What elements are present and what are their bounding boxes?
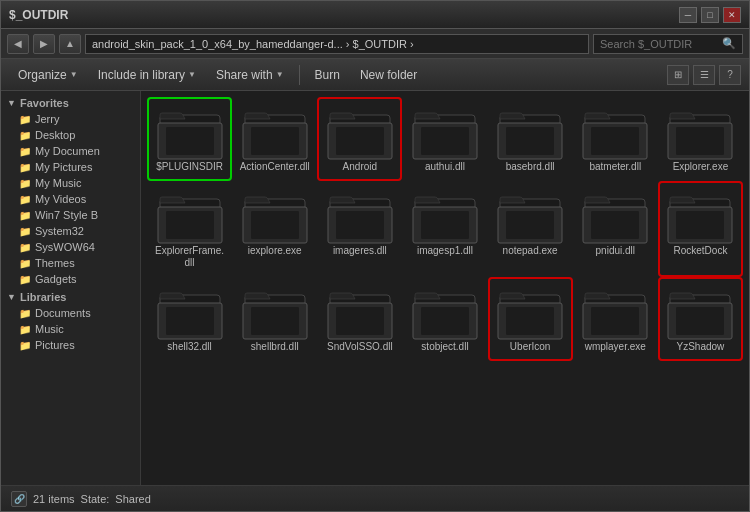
maximize-button[interactable]: □ [701, 7, 719, 23]
organize-button[interactable]: Organize ▼ [9, 64, 87, 86]
share-with-button[interactable]: Share with ▼ [207, 64, 293, 86]
svg-rect-5 [166, 127, 214, 155]
favorites-chevron-icon: ▼ [7, 98, 16, 108]
file-item[interactable]: notepad.exe [490, 183, 571, 275]
file-label: pnidui.dll [596, 245, 635, 257]
svg-rect-119 [591, 307, 639, 335]
sidebar-item-desktop[interactable]: 📁 Desktop [1, 127, 140, 143]
toolbar-right: ⊞ ☰ ? [667, 65, 741, 85]
folder-icon: 📁 [19, 130, 31, 141]
include-in-library-button[interactable]: Include in library ▼ [89, 64, 205, 86]
back-button[interactable]: ◀ [7, 34, 29, 54]
svg-rect-47 [166, 211, 214, 239]
view-list-button[interactable]: ☰ [693, 65, 715, 85]
svg-rect-83 [676, 211, 724, 239]
sidebar-item-jerry[interactable]: 📁 Jerry [1, 111, 140, 127]
folder-icon: 📁 [19, 210, 31, 221]
file-label: batmeter.dll [589, 161, 641, 173]
burn-button[interactable]: Burn [306, 64, 349, 86]
file-item[interactable]: ActionCenter.dll [234, 99, 315, 179]
sidebar-item-videos[interactable]: 📁 My Videos [1, 191, 140, 207]
sidebar: ▼ Favorites 📁 Jerry 📁 Desktop 📁 My Docum… [1, 91, 141, 485]
svg-rect-41 [676, 127, 724, 155]
file-item[interactable]: RocketDock [660, 183, 741, 275]
file-label: UberIcon [510, 341, 551, 353]
file-grid: $PLUGINSDIRActionCenter.dllAndroidauthui… [149, 99, 741, 359]
file-item[interactable]: batmeter.dll [575, 99, 656, 179]
status-bar: 🔗 21 items State: Shared [1, 485, 749, 511]
sidebar-item-music[interactable]: 📁 My Music [1, 175, 140, 191]
file-grid-container: $PLUGINSDIRActionCenter.dllAndroidauthui… [141, 91, 749, 485]
view-options-button[interactable]: ⊞ [667, 65, 689, 85]
svg-rect-89 [166, 307, 214, 335]
help-button[interactable]: ? [719, 65, 741, 85]
file-label: iexplore.exe [248, 245, 302, 257]
file-item[interactable]: Android [319, 99, 400, 179]
svg-rect-59 [336, 211, 384, 239]
favorites-header[interactable]: ▼ Favorites [1, 95, 140, 111]
sidebar-item-win7style[interactable]: 📁 Win7 Style B [1, 207, 140, 223]
svg-rect-71 [506, 211, 554, 239]
minimize-button[interactable]: ─ [679, 7, 697, 23]
close-button[interactable]: ✕ [723, 7, 741, 23]
sidebar-item-lib-documents[interactable]: 📁 Documents [1, 305, 140, 321]
file-label: ExplorerFrame.dll [153, 245, 226, 269]
organize-arrow-icon: ▼ [70, 70, 78, 79]
forward-button[interactable]: ▶ [33, 34, 55, 54]
file-label: RocketDock [673, 245, 727, 257]
svg-rect-77 [591, 211, 639, 239]
file-item[interactable]: iexplore.exe [234, 183, 315, 275]
folder-icon: 📁 [19, 274, 31, 285]
file-item[interactable]: shell32.dll [149, 279, 230, 359]
file-item[interactable]: UberIcon [490, 279, 571, 359]
up-button[interactable]: ▲ [59, 34, 81, 54]
svg-rect-107 [421, 307, 469, 335]
svg-rect-65 [421, 211, 469, 239]
search-icon: 🔍 [722, 37, 736, 50]
search-input[interactable] [600, 38, 718, 50]
file-item[interactable]: stobject.dll [404, 279, 485, 359]
file-item[interactable]: basebrd.dll [490, 99, 571, 179]
svg-rect-95 [251, 307, 299, 335]
new-folder-button[interactable]: New folder [351, 64, 426, 86]
window: $_OUTDIR ─ □ ✕ ◀ ▶ ▲ android_skin_pack_1… [0, 0, 750, 512]
sidebar-item-lib-pictures[interactable]: 📁 Pictures [1, 337, 140, 353]
file-item[interactable]: imagesp1.dll [404, 183, 485, 275]
folder-icon: 📁 [19, 324, 31, 335]
folder-icon: 📁 [19, 146, 31, 157]
sidebar-item-gadgets[interactable]: 📁 Gadgets [1, 271, 140, 287]
file-item[interactable]: pnidui.dll [575, 183, 656, 275]
sidebar-item-syswow64[interactable]: 📁 SysWOW64 [1, 239, 140, 255]
sidebar-item-system32[interactable]: 📁 System32 [1, 223, 140, 239]
folder-icon: 📁 [19, 258, 31, 269]
file-item[interactable]: wmplayer.exe [575, 279, 656, 359]
svg-rect-53 [251, 211, 299, 239]
file-item[interactable]: ExplorerFrame.dll [149, 183, 230, 275]
sidebar-item-themes[interactable]: 📁 Themes [1, 255, 140, 271]
share-arrow-icon: ▼ [276, 70, 284, 79]
file-item[interactable]: $PLUGINSDIR [149, 99, 230, 179]
address-path[interactable]: android_skin_pack_1_0_x64_by_hameddanger… [85, 34, 589, 54]
libraries-header[interactable]: ▼ Libraries [1, 289, 140, 305]
file-item[interactable]: shellbrd.dll [234, 279, 315, 359]
search-box[interactable]: 🔍 [593, 34, 743, 54]
file-item[interactable]: authui.dll [404, 99, 485, 179]
file-label: ActionCenter.dll [240, 161, 310, 173]
file-item[interactable]: Explorer.exe [660, 99, 741, 179]
libraries-chevron-icon: ▼ [7, 292, 16, 302]
folder-icon: 📁 [19, 178, 31, 189]
state-value: Shared [115, 493, 150, 505]
file-label: Explorer.exe [673, 161, 729, 173]
folder-icon: 📁 [19, 308, 31, 319]
folder-icon: 📁 [19, 242, 31, 253]
sidebar-item-pictures[interactable]: 📁 My Pictures [1, 159, 140, 175]
file-label: imageres.dll [333, 245, 387, 257]
sidebar-item-documents[interactable]: 📁 My Documen [1, 143, 140, 159]
file-item[interactable]: YzShadow [660, 279, 741, 359]
file-label: wmplayer.exe [585, 341, 646, 353]
file-item[interactable]: SndVolSSO.dll [319, 279, 400, 359]
file-item[interactable]: imageres.dll [319, 183, 400, 275]
sidebar-item-lib-music[interactable]: 📁 Music [1, 321, 140, 337]
file-label: SndVolSSO.dll [327, 341, 393, 353]
folder-icon: 📁 [19, 194, 31, 205]
